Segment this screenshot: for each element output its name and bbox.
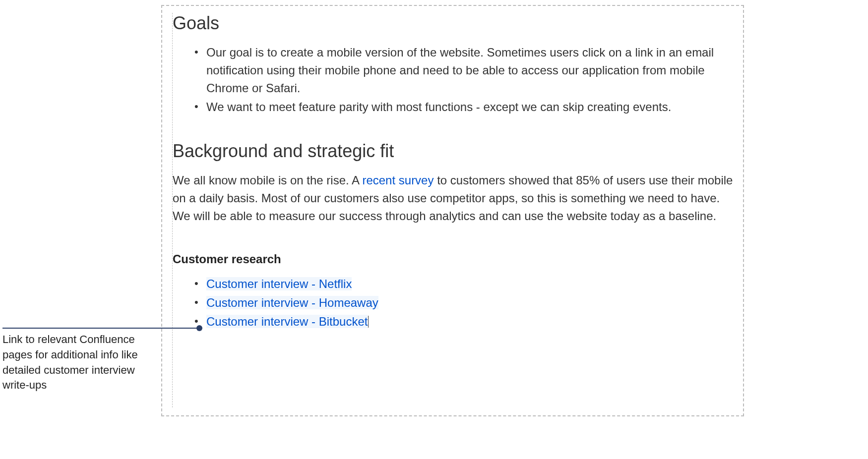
list-item: Our goal is to create a mobile version o…	[206, 44, 733, 97]
heading-goals: Goals	[173, 13, 733, 34]
list-item: We want to meet feature parity with most…	[206, 98, 733, 116]
heading-background: Background and strategic fit	[173, 141, 733, 162]
document-frame: Goals Our goal is to create a mobile ver…	[161, 5, 744, 416]
text-cursor	[368, 316, 369, 328]
document-inner: Goals Our goal is to create a mobile ver…	[172, 13, 733, 407]
list-item: Customer interview - Netflix	[206, 275, 733, 293]
annotation-text: Link to relevant Confluence pages for ad…	[2, 332, 151, 393]
list-item: Customer interview - Bitbucket	[206, 313, 733, 331]
background-paragraph: We all know mobile is on the rise. A rec…	[173, 172, 733, 225]
recent-survey-link[interactable]: recent survey	[362, 173, 434, 187]
background-text-before: We all know mobile is on the rise. A	[173, 173, 362, 187]
customer-research-list: Customer interview - Netflix Customer in…	[173, 275, 733, 331]
goals-list: Our goal is to create a mobile version o…	[173, 44, 733, 116]
customer-interview-link[interactable]: Customer interview - Netflix	[206, 277, 352, 290]
customer-interview-link[interactable]: Customer interview - Bitbucket	[206, 315, 368, 328]
list-item: Customer interview - Homeaway	[206, 294, 733, 312]
heading-customer-research: Customer research	[173, 252, 733, 266]
customer-interview-link[interactable]: Customer interview - Homeaway	[206, 296, 378, 309]
